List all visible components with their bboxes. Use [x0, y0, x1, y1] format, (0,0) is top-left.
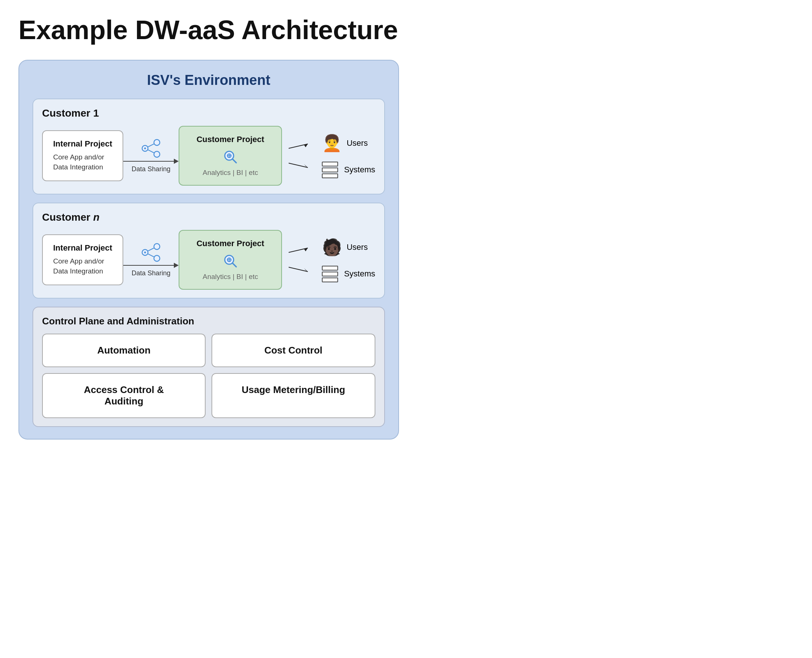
svg-line-7: [232, 159, 236, 163]
c1-systems-icon: [322, 161, 338, 178]
svg-line-19: [148, 254, 154, 257]
cn-share-icon: [140, 243, 162, 262]
cn-analytics-text: Analytics | BI | etc: [190, 273, 271, 281]
customer-1-customer-project: Customer Project Analytics | BI | etc: [179, 126, 282, 186]
c1-arrow-users: [288, 143, 315, 150]
cn-internal-desc: Core App and/or Data Integration: [53, 257, 112, 276]
c1-share-arrow: [123, 159, 179, 164]
c1-sharing: Data Sharing: [123, 139, 179, 173]
c1-arrow-systems: [288, 161, 315, 169]
customer-1-row: Internal Project Core App and/or Data In…: [42, 126, 375, 186]
cn-cp-label: Customer Project: [190, 239, 271, 248]
c1-users-label: Users: [346, 138, 368, 148]
control-item-cost-control: Cost Control: [212, 334, 375, 367]
cn-users-item: 🧑🏿 Users: [322, 238, 375, 257]
cn-users-label: Users: [346, 243, 368, 252]
cn-arrow-systems: [288, 265, 315, 273]
control-item-automation: Automation: [42, 334, 205, 367]
cn-systems-icon: [322, 266, 338, 282]
svg-point-17: [154, 255, 160, 261]
c1-user-icon: 🧑‍🦱: [322, 133, 342, 153]
customer-n-customer-project: Customer Project Analytics | BI | etc: [179, 230, 282, 290]
customer-n-internal-project: Internal Project Core App and/or Data In…: [42, 234, 123, 285]
cn-sharing-label: Data Sharing: [132, 269, 171, 277]
c1-sharing-label: Data Sharing: [132, 165, 171, 173]
c1-internal-label: Internal Project: [53, 139, 112, 149]
c1-systems-item: Systems: [322, 161, 375, 178]
c1-analytics-icon: [222, 149, 238, 165]
page-title: Example DW-aaS Architecture: [19, 15, 793, 45]
customer-1-block: Customer 1 Internal Project Core App and…: [33, 99, 385, 194]
c1-cp-label: Customer Project: [190, 135, 271, 144]
c1-analytics-text: Analytics | BI | etc: [190, 169, 271, 177]
cn-sharing: Data Sharing: [123, 243, 179, 277]
svg-line-18: [148, 248, 154, 251]
svg-line-22: [232, 263, 236, 267]
customer-1-title: Customer 1: [42, 107, 375, 119]
control-item-access-control: Access Control & Auditing: [42, 373, 205, 418]
cn-share-arrow: [123, 263, 179, 268]
c1-users-item: 🧑‍🦱 Users: [322, 133, 375, 153]
svg-line-4: [148, 150, 154, 153]
customer-1-internal-project: Internal Project Core App and/or Data In…: [42, 130, 123, 181]
c1-internal-desc: Core App and/or Data Integration: [53, 152, 112, 172]
cn-right-icons: 🧑🏿 Users Systems: [322, 238, 375, 282]
c1-share-icon: [140, 139, 162, 158]
customer-n-title: Customer n: [42, 212, 375, 223]
svg-point-20: [144, 251, 146, 253]
svg-line-13: [288, 163, 308, 168]
svg-point-5: [144, 147, 146, 149]
c1-right-arrows: [288, 143, 315, 169]
isv-environment: ISV's Environment Customer 1 Internal Pr…: [19, 60, 399, 440]
svg-point-15: [154, 244, 160, 249]
cn-analytics-icon: [222, 253, 238, 269]
svg-line-3: [148, 144, 154, 147]
control-plane-title: Control Plane and Administration: [42, 315, 375, 327]
control-plane: Control Plane and Administration Automat…: [33, 307, 385, 427]
customer-n-block: Customer n Internal Project Core App and…: [33, 203, 385, 299]
customer-n-row: Internal Project Core App and/or Data In…: [42, 230, 375, 290]
c1-right-icons: 🧑‍🦱 Users Systems: [322, 133, 375, 178]
isv-title: ISV's Environment: [33, 72, 385, 88]
svg-point-0: [154, 139, 160, 146]
control-item-usage-metering: Usage Metering/Billing: [212, 373, 375, 418]
cn-arrow-users: [288, 247, 315, 254]
cn-systems-item: Systems: [322, 266, 375, 282]
svg-line-28: [288, 267, 308, 272]
cn-user-icon: 🧑🏿: [322, 238, 342, 257]
cn-right-arrows: [288, 247, 315, 273]
cn-systems-label: Systems: [344, 269, 375, 279]
c1-systems-label: Systems: [344, 165, 375, 175]
svg-point-2: [154, 151, 160, 157]
cn-internal-label: Internal Project: [53, 243, 112, 253]
control-grid: Automation Cost Control Access Control &…: [42, 334, 375, 418]
